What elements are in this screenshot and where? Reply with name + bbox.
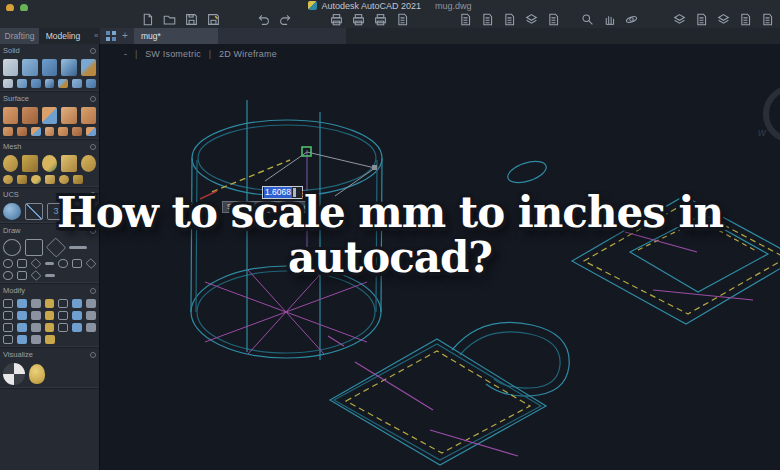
tool-button[interactable] [58,323,68,332]
tool-button[interactable] [22,155,37,172]
tool-button[interactable] [31,127,41,136]
tool-button[interactable] [69,246,87,249]
new-drawing-tab-button[interactable]: + [122,28,128,44]
tool-button[interactable] [17,335,27,344]
match-properties-icon[interactable] [502,12,517,27]
tool-button[interactable] [86,299,96,308]
tool-button[interactable] [58,79,68,88]
tool-button[interactable] [25,239,43,256]
redo-icon[interactable] [278,12,293,27]
tool-button[interactable] [72,299,82,308]
section-expand-button[interactable] [90,288,96,294]
tool-button[interactable] [3,299,13,308]
file-tab-mug[interactable]: mug* [134,28,218,44]
tool-button[interactable] [72,79,82,88]
section-expand-button[interactable] [90,48,96,54]
tool-button[interactable] [17,299,27,308]
tool-button[interactable] [86,79,96,88]
tool-button[interactable] [22,107,37,124]
section-expand-button[interactable] [90,192,96,198]
tool-button[interactable] [17,259,27,268]
tool-button[interactable] [3,79,13,88]
tool-button[interactable] [81,155,96,172]
tool-button[interactable] [17,79,27,88]
tool-button[interactable] [45,335,55,344]
tool-button[interactable] [31,335,41,344]
tool-button[interactable] [72,259,82,268]
tool-sets-icon[interactable] [738,12,753,27]
section-expand-button[interactable] [90,144,96,150]
layer-properties-icon[interactable] [672,12,687,27]
copy-clip-icon[interactable] [458,12,473,27]
tool-button[interactable] [42,155,57,172]
undo-icon[interactable] [256,12,271,27]
tool-button[interactable] [58,259,68,268]
tool-button[interactable] [45,127,55,136]
attach-reference-icon[interactable] [546,12,561,27]
new-file-icon[interactable] [140,12,155,27]
tool-button[interactable]: 3 [47,203,65,220]
content-icon[interactable] [760,12,775,27]
tool-button[interactable] [73,175,83,184]
tool-button[interactable] [45,323,55,332]
tool-button[interactable] [31,79,41,88]
group-icon[interactable] [716,12,731,27]
tool-button[interactable] [31,311,41,320]
tool-button[interactable] [86,311,96,320]
tool-button[interactable] [3,311,13,320]
section-expand-button[interactable] [90,96,96,102]
paste-clip-icon[interactable] [480,12,495,27]
tool-button[interactable] [58,311,68,320]
save-as-icon[interactable] [206,12,221,27]
tab-modeling[interactable]: Modeling [41,28,85,44]
tool-button[interactable] [17,127,27,136]
tool-button[interactable] [45,175,55,184]
tool-button[interactable] [30,270,41,281]
tool-button[interactable] [46,237,66,257]
tool-button[interactable] [86,323,96,332]
tool-button[interactable] [45,79,55,88]
tab-overview-icon[interactable] [106,31,116,41]
print-icon[interactable] [329,12,344,27]
tool-button[interactable] [45,299,55,308]
drawing-canvas[interactable]: - | SW Isometric | 2D Wireframe [100,44,780,470]
tool-button[interactable] [3,59,18,76]
tool-button[interactable] [3,175,13,184]
tool-button[interactable] [81,107,96,124]
properties-icon[interactable] [694,12,709,27]
tool-button[interactable] [17,311,27,320]
tool-button[interactable] [31,299,41,308]
tool-button[interactable] [72,311,82,320]
tool-button[interactable] [3,271,13,280]
dynamic-input-field[interactable]: 1.6068 [262,186,303,199]
tool-button[interactable] [3,239,21,256]
zoom-icon[interactable] [580,12,595,27]
tool-button[interactable] [31,323,41,332]
tool-button[interactable] [3,259,13,268]
tool-button[interactable] [30,258,41,269]
section-expand-button[interactable] [90,228,96,234]
tool-button[interactable] [61,155,76,172]
plot-icon[interactable] [373,12,388,27]
tool-button[interactable] [3,363,25,385]
tool-button[interactable] [86,127,96,136]
tool-button[interactable] [22,59,37,76]
ribbon-collapse-button[interactable]: « [94,28,98,44]
tool-button[interactable] [31,175,41,184]
tool-button[interactable] [17,271,27,280]
print-preview-icon[interactable] [351,12,366,27]
section-expand-button[interactable] [90,352,96,358]
tool-button[interactable] [17,323,27,332]
tool-button[interactable] [45,262,55,265]
tool-button[interactable] [3,155,18,172]
page-setup-icon[interactable] [395,12,410,27]
tool-button[interactable] [58,299,68,308]
tool-button[interactable] [61,59,76,76]
tool-button[interactable] [3,335,13,344]
tool-button[interactable] [25,203,43,220]
tool-button[interactable] [58,127,68,136]
tool-button[interactable] [3,203,21,220]
tool-button[interactable] [81,59,96,76]
tool-button[interactable] [61,107,76,124]
tool-button[interactable] [72,127,82,136]
